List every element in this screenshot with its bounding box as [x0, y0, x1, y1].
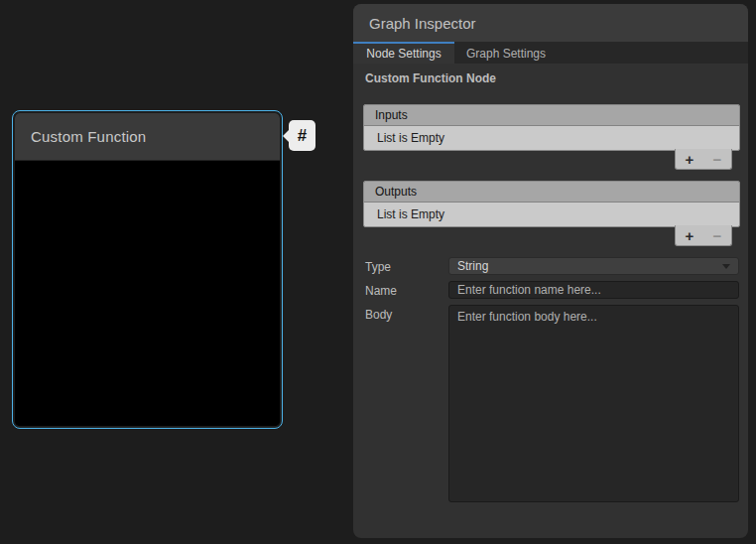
node-preview-body	[15, 161, 280, 426]
tab-graph-settings[interactable]: Graph Settings	[454, 42, 558, 64]
inputs-list: Inputs List is Empty + −	[363, 104, 740, 151]
badge-tail-icon	[283, 130, 289, 142]
inputs-list-box: Inputs List is Empty	[363, 104, 740, 151]
outputs-list-box: Outputs List is Empty	[363, 181, 740, 227]
type-label: Type	[365, 260, 391, 274]
outputs-list: Outputs List is Empty + −	[363, 181, 740, 227]
section-title: Custom Function Node	[365, 71, 496, 85]
panel-title: Graph Inspector	[369, 15, 476, 32]
node-header[interactable]: Custom Function	[15, 113, 280, 161]
outputs-list-footer: + −	[675, 225, 732, 246]
node-title: Custom Function	[31, 128, 146, 145]
name-label: Name	[365, 284, 397, 298]
hash-badge-button[interactable]: #	[289, 120, 315, 151]
custom-function-node[interactable]: Custom Function	[12, 110, 283, 429]
hash-icon: #	[298, 126, 307, 146]
inputs-empty-row: List is Empty	[364, 126, 739, 150]
function-name-input[interactable]	[448, 281, 739, 299]
outputs-add-button[interactable]: +	[682, 228, 698, 243]
outputs-list-header: Outputs	[364, 182, 739, 203]
function-body-textarea[interactable]	[448, 305, 739, 502]
panel-header[interactable]: Graph Inspector	[353, 4, 748, 42]
body-label: Body	[365, 308, 392, 322]
node-container: Custom Function	[15, 113, 280, 426]
outputs-empty-row: List is Empty	[364, 203, 739, 226]
tab-bar: Node Settings Graph Settings	[353, 42, 748, 64]
chevron-down-icon	[722, 264, 730, 269]
tab-node-settings[interactable]: Node Settings	[353, 42, 454, 64]
inputs-add-button[interactable]: +	[682, 152, 698, 167]
inspector-content: Custom Function Node Inputs List is Empt…	[353, 64, 748, 538]
type-dropdown[interactable]: String	[448, 257, 739, 275]
inputs-list-footer: + −	[675, 149, 732, 170]
shader-graph-window: Custom Function # Graph Inspector Node S…	[0, 0, 756, 544]
type-dropdown-value: String	[457, 259, 722, 273]
graph-inspector-panel: Graph Inspector Node Settings Graph Sett…	[353, 4, 748, 538]
outputs-remove-button[interactable]: −	[709, 228, 726, 243]
inputs-list-header: Inputs	[364, 105, 739, 126]
inputs-remove-button[interactable]: −	[709, 152, 726, 167]
